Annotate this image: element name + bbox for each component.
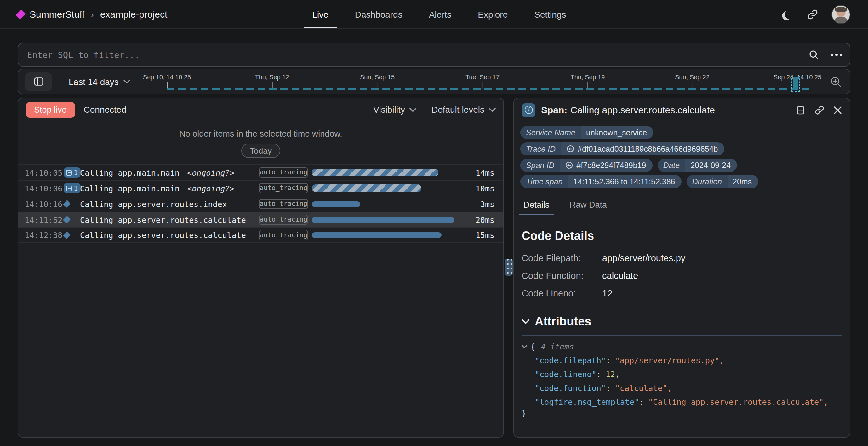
row-timestamp: 14:11:52 xyxy=(25,215,64,224)
tag-chip[interactable]: auto_tracing xyxy=(259,214,308,225)
timeline-tick: Thu, Sep 12 xyxy=(255,74,289,81)
default-levels-dropdown[interactable]: Default levels xyxy=(432,104,496,115)
tab-details[interactable]: Details xyxy=(522,200,552,215)
timeline-zoom-button[interactable] xyxy=(830,75,842,88)
row-message: Calling app.main.main xyxy=(80,168,180,177)
trace-id-badge: Trace ID #df01acad0311189c8b66a466d96965… xyxy=(520,142,724,156)
code-details-heading: Code Details xyxy=(522,229,842,243)
main-content: Stop live Connected Visibility Default l… xyxy=(18,98,850,438)
row-timestamp: 14:12:38 xyxy=(25,230,64,240)
log-row[interactable]: 14:10:06 1 Calling app.main.main<ongoing… xyxy=(18,180,503,196)
row-timestamp: 14:10:06 xyxy=(25,184,64,193)
live-panel-header: Stop live Connected Visibility Default l… xyxy=(18,98,503,122)
tag-chip[interactable]: auto_tracing xyxy=(259,199,308,209)
row-timestamp: 14:10:05 xyxy=(25,168,64,177)
duration-bar-track xyxy=(312,185,468,192)
timeline-histogram-spike xyxy=(793,77,798,90)
tab-raw-data[interactable]: Raw Data xyxy=(568,200,609,215)
visibility-dropdown[interactable]: Visibility xyxy=(373,104,416,115)
split-panel-icon xyxy=(796,105,806,115)
breadcrumb-separator: › xyxy=(91,9,94,19)
time-span-badge: Time span 14:11:52.366 to 14:11:52.386 xyxy=(520,175,682,188)
close-panel-button[interactable] xyxy=(833,105,842,114)
expand-children-badge[interactable]: 1 xyxy=(64,183,80,193)
search-icon[interactable] xyxy=(808,49,819,60)
share-link-button[interactable] xyxy=(807,8,818,20)
timeline-tick: Sun, Sep 15 xyxy=(360,74,395,81)
json-close-brace: } xyxy=(522,409,842,421)
attributes-toggle[interactable]: Attributes xyxy=(522,315,842,328)
duration-bar xyxy=(312,169,438,176)
panel-splitter xyxy=(504,98,514,438)
service-name-badge: Service Name unknown_service xyxy=(520,126,653,139)
nav-tab-settings[interactable]: Settings xyxy=(533,0,567,28)
today-button[interactable]: Today xyxy=(241,144,280,158)
info-icon: i xyxy=(522,103,535,117)
list-controls: Visibility Default levels xyxy=(373,104,496,115)
duration-bar-track xyxy=(312,200,468,208)
time-span-value: 14:11:52.366 to 14:11:52.386 xyxy=(574,177,675,186)
timeline-bar: Last 14 days Sep 10, 14:10:25 Thu, Sep 1… xyxy=(18,69,850,94)
sql-bar-actions xyxy=(808,49,841,60)
project-name[interactable]: example-project xyxy=(100,9,167,20)
sql-filter-bar[interactable]: Enter SQL to filter... xyxy=(18,43,850,67)
app-window: SummerStuff › example-project Live Dashb… xyxy=(0,0,868,446)
chevron-down-icon xyxy=(489,107,496,112)
nav-tab-explore[interactable]: Explore xyxy=(476,0,509,28)
json-key: logfire.msg_template xyxy=(535,397,639,406)
divider xyxy=(522,335,842,336)
json-collapse-icon[interactable] xyxy=(522,345,527,348)
copy-link-button[interactable] xyxy=(814,105,825,115)
splitter-grip[interactable] xyxy=(504,259,513,276)
span-diamond-icon xyxy=(63,216,70,223)
row-message: Calling app.main.main xyxy=(80,184,180,193)
zoom-in-icon xyxy=(830,75,842,88)
chevron-down-icon xyxy=(409,107,416,112)
span-detail-header: i Span:Calling app.server.routes.calcula… xyxy=(514,98,850,122)
log-row-selected[interactable]: 14:11:52 Calling app.server.routes.calcu… xyxy=(18,212,503,227)
nav-tab-live[interactable]: Live xyxy=(311,0,330,28)
expand-children-badge[interactable]: 1 xyxy=(64,167,80,178)
span-id-badge: Span ID #f7c8e294f7489b19 xyxy=(520,159,652,172)
kv-value: app/server/routes.py xyxy=(602,253,842,263)
duration-bar-track xyxy=(312,216,468,223)
tag-chip[interactable]: auto_tracing xyxy=(259,230,308,240)
chevron-down-icon xyxy=(124,79,131,84)
duration-bar-track xyxy=(312,231,468,239)
json-entry: code.lineno:12 xyxy=(535,367,842,381)
more-options-icon[interactable] xyxy=(831,54,833,56)
date-badge: Date 2024-09-24 xyxy=(657,159,737,172)
link-icon[interactable] xyxy=(565,161,573,169)
row-message: Calling app.server.routes.calculate xyxy=(80,215,246,224)
theme-toggle-button[interactable] xyxy=(785,10,794,19)
sql-filter-input[interactable]: Enter SQL to filter... xyxy=(27,50,808,60)
sidebar-toggle-icon xyxy=(33,76,44,87)
row-timestamp: 14:10:16 xyxy=(25,199,64,209)
row-duration: 15ms xyxy=(472,230,494,240)
nav-tab-alerts[interactable]: Alerts xyxy=(428,0,453,28)
org-name[interactable]: SummerStuff xyxy=(30,9,85,20)
sidebar-toggle-button[interactable] xyxy=(25,72,52,91)
link-icon[interactable] xyxy=(566,145,575,153)
attributes-heading: Attributes xyxy=(535,315,591,328)
tag-chip[interactable]: auto_tracing xyxy=(259,183,308,193)
breadcrumb[interactable]: SummerStuff › example-project xyxy=(18,9,167,20)
tag-chip[interactable]: auto_tracing xyxy=(259,167,308,178)
timeline-tick: Thu, Sep 19 xyxy=(571,74,605,81)
nav-tab-dashboards[interactable]: Dashboards xyxy=(354,0,404,28)
split-panel-button[interactable] xyxy=(796,105,806,115)
attributes-json-viewer: { 4 items code.filepath:app/server/route… xyxy=(522,342,842,421)
log-row[interactable]: 14:10:16 Calling app.server.routes.index… xyxy=(18,196,503,212)
json-value: Calling app.server.routes.calculate xyxy=(648,397,828,406)
attributes-section: Attributes { 4 items xyxy=(522,315,842,421)
log-row[interactable]: 14:12:38 Calling app.server.routes.calcu… xyxy=(18,227,503,243)
child-count: 1 xyxy=(74,169,78,176)
json-key: code.lineno xyxy=(535,369,596,379)
json-entry: code.filepath:app/server/routes.py xyxy=(535,353,842,367)
user-avatar[interactable] xyxy=(832,5,850,24)
log-row[interactable]: 14:10:05 1 Calling app.main.main<ongoing… xyxy=(18,164,503,180)
stop-live-button[interactable]: Stop live xyxy=(26,102,75,118)
time-range-dropdown[interactable]: Last 14 days xyxy=(69,76,131,87)
logo-icon xyxy=(16,9,26,19)
connection-status: Connected xyxy=(84,104,126,115)
